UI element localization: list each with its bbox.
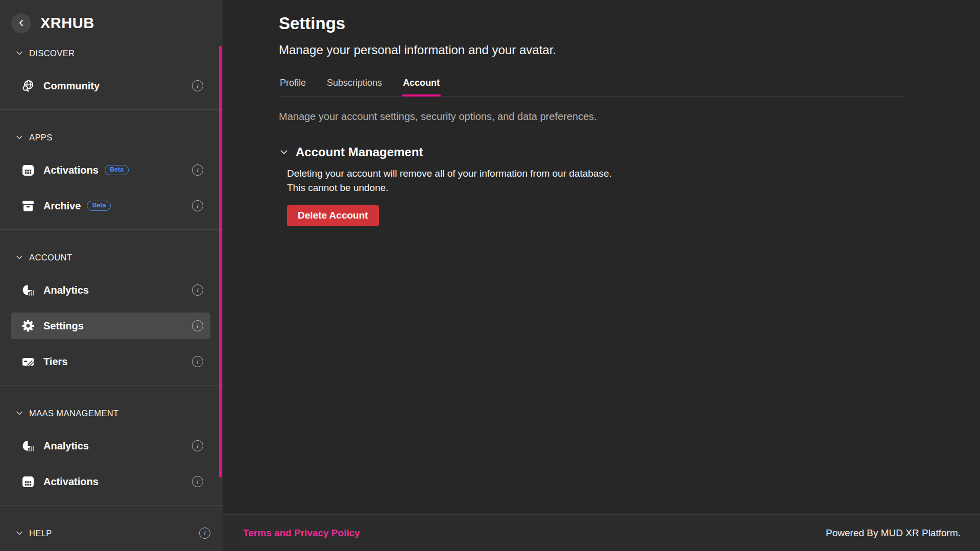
section-header-maas-management[interactable]: MAAS MANAGEMENT xyxy=(0,403,223,423)
sidebar-item-label: Analytics xyxy=(43,440,89,452)
info-icon[interactable]: i xyxy=(192,200,203,211)
terms-privacy-link[interactable]: Terms and Privacy Policy xyxy=(243,528,360,539)
account-management-title: Account Management xyxy=(296,145,423,159)
settings-tabs: Profile Subscriptions Account xyxy=(279,78,905,97)
sidebar-scrollbar-thumb[interactable] xyxy=(219,46,222,477)
apps-grid-icon xyxy=(21,163,35,177)
section-header-apps[interactable]: APPS xyxy=(0,127,223,148)
sidebar-item-label: Settings xyxy=(43,320,84,332)
powered-by-text: Powered By MUD XR Platform. xyxy=(826,528,961,539)
sidebar-item-label: Activations xyxy=(43,164,99,176)
info-icon[interactable]: i xyxy=(192,476,203,487)
beta-badge: Beta xyxy=(87,201,111,211)
delete-account-description: Deleting your account will remove all of… xyxy=(287,166,960,195)
main-panel: Settings Manage your personal informatio… xyxy=(223,0,980,551)
chevron-down-icon xyxy=(279,147,289,157)
sidebar-item-community[interactable]: Community i xyxy=(11,73,210,99)
card-edit-icon xyxy=(21,355,35,368)
section-label: DISCOVER xyxy=(29,49,75,58)
tab-profile[interactable]: Profile xyxy=(279,78,307,96)
section-label: MAAS MANAGEMENT xyxy=(29,409,119,418)
sidebar-item-label: Analytics xyxy=(43,284,89,296)
page-subtitle: Manage your personal information and you… xyxy=(279,43,960,57)
sidebar-section-discover: DISCOVER Community i xyxy=(0,36,223,109)
sidebar-section-apps: APPS Activations Beta i Ar xyxy=(0,109,223,229)
globe-search-icon xyxy=(21,79,35,92)
info-icon[interactable]: i xyxy=(192,80,203,91)
app-logo: XRHUB xyxy=(40,15,94,32)
chevron-down-icon xyxy=(15,133,24,142)
info-icon[interactable]: i xyxy=(192,164,203,176)
delete-account-button[interactable]: Delete Account xyxy=(287,205,379,226)
back-button[interactable] xyxy=(11,13,31,33)
pie-chart-icon xyxy=(21,283,35,297)
section-header-account[interactable]: ACCOUNT xyxy=(0,247,223,268)
sidebar-item-label: Community xyxy=(43,80,100,92)
page-title: Settings xyxy=(279,13,960,34)
delete-description-line2: This cannot be undone. xyxy=(287,181,960,195)
sidebar-item-label: Archive xyxy=(43,200,81,212)
archive-box-icon xyxy=(21,199,35,212)
section-label: HELP xyxy=(29,529,52,538)
sidebar-item-settings[interactable]: Settings i xyxy=(11,313,210,339)
chevron-left-icon xyxy=(18,19,25,27)
sidebar-item-analytics[interactable]: Analytics i xyxy=(11,277,210,303)
info-icon[interactable]: i xyxy=(199,528,210,539)
tab-subscriptions[interactable]: Subscriptions xyxy=(326,78,383,96)
section-header-discover[interactable]: DISCOVER xyxy=(0,43,223,63)
info-icon[interactable]: i xyxy=(192,356,203,367)
delete-description-line1: Deleting your account will remove all of… xyxy=(287,166,960,181)
chevron-down-icon xyxy=(15,253,24,262)
info-icon[interactable]: i xyxy=(192,320,203,331)
apps-grid-icon xyxy=(21,475,35,488)
chevron-down-icon xyxy=(15,49,24,58)
sidebar-item-label: Tiers xyxy=(43,356,67,368)
sidebar-item-archive[interactable]: Archive Beta i xyxy=(11,193,210,219)
sidebar-item-activations[interactable]: Activations Beta i xyxy=(11,157,210,183)
chevron-down-icon xyxy=(15,409,24,418)
sidebar-section-help: HELP i xyxy=(0,505,223,551)
section-label: ACCOUNT xyxy=(29,253,72,262)
tab-description: Manage your account settings, security o… xyxy=(279,111,960,123)
sidebar: XRHUB DISCOVER Community i xyxy=(0,0,223,551)
footer: Terms and Privacy Policy Powered By MUD … xyxy=(223,514,980,551)
sidebar-section-maas-management: MAAS MANAGEMENT Analytics i xyxy=(0,385,223,505)
info-icon[interactable]: i xyxy=(192,284,203,296)
chevron-down-icon xyxy=(15,529,24,538)
sidebar-item-tiers[interactable]: Tiers i xyxy=(11,348,210,375)
settings-content: Settings Manage your personal informatio… xyxy=(223,0,980,514)
section-label: APPS xyxy=(29,133,53,142)
sidebar-item-label: Activations xyxy=(43,476,99,488)
gear-icon xyxy=(21,319,35,332)
sidebar-header: XRHUB xyxy=(0,0,223,36)
section-header-help[interactable]: HELP i xyxy=(0,523,223,543)
sidebar-section-account: ACCOUNT Analytics i xyxy=(0,229,223,385)
info-icon[interactable]: i xyxy=(192,440,203,451)
account-management-header[interactable]: Account Management xyxy=(279,145,960,159)
beta-badge: Beta xyxy=(105,165,129,175)
sidebar-item-maas-activations[interactable]: Activations i xyxy=(11,468,210,495)
tab-account[interactable]: Account xyxy=(402,78,441,96)
pie-chart-icon xyxy=(21,439,35,452)
sidebar-item-maas-analytics[interactable]: Analytics i xyxy=(11,433,210,459)
